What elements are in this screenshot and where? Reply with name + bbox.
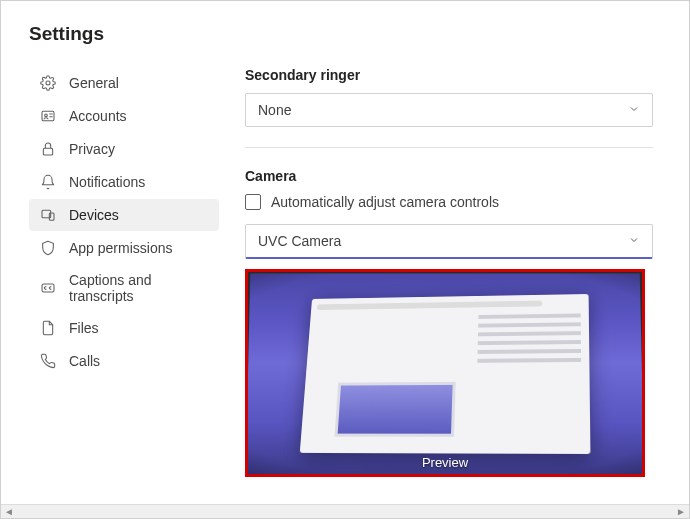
settings-sidebar: General Accounts Privacy Notifications: [29, 67, 219, 477]
sidebar-item-label: Privacy: [69, 141, 115, 157]
sidebar-item-devices[interactable]: Devices: [29, 199, 219, 231]
sidebar-item-calls[interactable]: Calls: [29, 345, 219, 377]
file-icon: [39, 319, 57, 337]
chevron-down-icon: [628, 233, 640, 249]
bell-icon: [39, 173, 57, 191]
camera-preview-label: Preview: [248, 455, 642, 470]
camera-preview: Preview: [245, 269, 645, 477]
camera-preview-feed: [246, 273, 645, 475]
phone-icon: [39, 352, 57, 370]
horizontal-scrollbar[interactable]: ◄ ►: [1, 504, 689, 518]
sidebar-item-label: General: [69, 75, 119, 91]
shield-icon: [39, 239, 57, 257]
scroll-right-arrow[interactable]: ►: [676, 506, 686, 517]
sidebar-item-captions[interactable]: Captions and transcripts: [29, 265, 219, 311]
id-card-icon: [39, 107, 57, 125]
svg-point-2: [45, 114, 48, 117]
sidebar-item-files[interactable]: Files: [29, 312, 219, 344]
camera-select-value: UVC Camera: [258, 233, 341, 249]
auto-adjust-label: Automatically adjust camera controls: [271, 194, 499, 210]
gear-icon: [39, 74, 57, 92]
chevron-down-icon: [628, 102, 640, 118]
checkbox-box: [245, 194, 261, 210]
svg-rect-5: [49, 213, 54, 220]
sidebar-item-label: Captions and transcripts: [69, 272, 209, 304]
lock-icon: [39, 140, 57, 158]
scroll-left-arrow[interactable]: ◄: [4, 506, 14, 517]
captions-icon: [39, 279, 57, 297]
svg-point-0: [46, 81, 50, 85]
sidebar-item-accounts[interactable]: Accounts: [29, 100, 219, 132]
sidebar-item-notifications[interactable]: Notifications: [29, 166, 219, 198]
secondary-ringer-value: None: [258, 102, 291, 118]
page-title: Settings: [29, 23, 661, 45]
sidebar-item-label: Devices: [69, 207, 119, 223]
camera-label: Camera: [245, 168, 653, 184]
devices-icon: [39, 206, 57, 224]
secondary-ringer-select[interactable]: None: [245, 93, 653, 127]
section-divider: [245, 147, 653, 148]
sidebar-item-privacy[interactable]: Privacy: [29, 133, 219, 165]
secondary-ringer-label: Secondary ringer: [245, 67, 653, 83]
sidebar-item-app-permissions[interactable]: App permissions: [29, 232, 219, 264]
svg-rect-3: [43, 148, 52, 155]
sidebar-item-label: App permissions: [69, 240, 173, 256]
sidebar-item-label: Files: [69, 320, 99, 336]
settings-main: Secondary ringer None Camera Automatical…: [245, 67, 661, 477]
sidebar-item-general[interactable]: General: [29, 67, 219, 99]
camera-select[interactable]: UVC Camera: [245, 224, 653, 259]
sidebar-item-label: Calls: [69, 353, 100, 369]
sidebar-item-label: Notifications: [69, 174, 145, 190]
auto-adjust-checkbox[interactable]: Automatically adjust camera controls: [245, 194, 653, 210]
sidebar-item-label: Accounts: [69, 108, 127, 124]
